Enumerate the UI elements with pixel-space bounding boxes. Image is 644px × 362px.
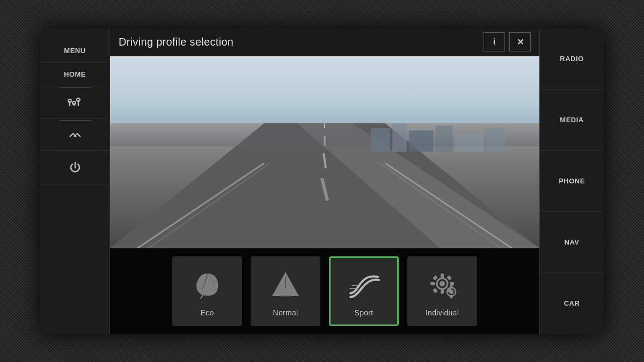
- sidebar-item-phone[interactable]: PHONE: [540, 151, 604, 212]
- infotainment-unit: MENU HOME: [40, 28, 604, 334]
- left-sidebar: MENU HOME: [40, 28, 110, 334]
- radio-label: RADIO: [560, 55, 583, 63]
- svg-rect-36: [433, 288, 438, 293]
- equalizer-icon: [68, 97, 83, 111]
- svg-rect-16: [371, 128, 390, 152]
- svg-point-29: [440, 281, 445, 286]
- sidebar-item-radio[interactable]: RADIO: [540, 28, 604, 90]
- svg-rect-20: [455, 133, 484, 152]
- info-icon: i: [493, 37, 495, 47]
- sidebar-item-nav[interactable]: NAV: [540, 212, 604, 273]
- svg-rect-31: [441, 290, 444, 294]
- profile-card-eco[interactable]: Eco: [172, 256, 242, 326]
- header-bar: Driving profile selection i ✕: [110, 28, 539, 56]
- eco-label: Eco: [200, 308, 214, 317]
- normal-label: Normal: [273, 308, 298, 317]
- sidebar-item-car[interactable]: CAR: [540, 273, 604, 334]
- sidebar-item-nav-arrows[interactable]: [40, 122, 109, 151]
- svg-rect-21: [486, 128, 506, 152]
- svg-rect-30: [441, 274, 444, 278]
- right-sidebar: RADIO MEDIA PHONE NAV CAR: [539, 28, 604, 334]
- separator: [59, 120, 91, 121]
- profile-selection-row: Eco Normal: [110, 248, 539, 334]
- svg-rect-19: [436, 125, 452, 152]
- media-label: MEDIA: [560, 116, 583, 124]
- sidebar-item-home[interactable]: HOME: [40, 63, 109, 86]
- svg-rect-32: [430, 282, 435, 285]
- profile-card-individual[interactable]: Individual: [407, 256, 477, 326]
- profile-card-sport[interactable]: Sport: [329, 256, 399, 326]
- sidebar-item-equalizer[interactable]: [40, 89, 109, 119]
- svg-rect-37: [447, 275, 452, 280]
- power-icon: [68, 161, 82, 176]
- svg-rect-33: [450, 282, 454, 285]
- svg-rect-41: [450, 295, 453, 298]
- header-actions: i ✕: [484, 32, 531, 51]
- profile-card-normal[interactable]: Normal: [251, 256, 320, 326]
- phone-label: PHONE: [559, 177, 585, 185]
- sidebar-item-menu[interactable]: MENU: [40, 39, 109, 63]
- svg-rect-17: [392, 123, 407, 152]
- menu-label: MENU: [64, 47, 85, 55]
- eco-icon-area: [188, 265, 226, 303]
- svg-line-22: [201, 295, 203, 298]
- sport-label: Sport: [355, 308, 374, 317]
- individual-label: Individual: [426, 308, 459, 317]
- car-label: CAR: [564, 299, 580, 307]
- individual-icon-area: [423, 265, 461, 303]
- close-icon: ✕: [517, 37, 524, 47]
- close-button[interactable]: ✕: [509, 32, 531, 51]
- svg-point-39: [449, 290, 453, 294]
- nav-label: NAV: [565, 238, 580, 246]
- sidebar-item-power[interactable]: [40, 153, 109, 184]
- svg-rect-34: [433, 275, 438, 280]
- sidebar-item-media[interactable]: MEDIA: [540, 90, 604, 151]
- page-title: Driving profile selection: [119, 36, 484, 48]
- separator: [59, 152, 91, 152]
- center-content: Driving profile selection i ✕: [110, 28, 539, 334]
- carbon-background: MENU HOME: [0, 0, 644, 362]
- separator: [59, 87, 91, 88]
- normal-icon-area: [267, 265, 304, 303]
- home-label: HOME: [64, 70, 86, 78]
- svg-rect-40: [450, 285, 453, 289]
- sport-icon-area: [345, 265, 383, 303]
- svg-rect-18: [409, 130, 433, 152]
- nav-arrows-icon: [68, 129, 83, 143]
- info-button[interactable]: i: [484, 32, 505, 51]
- road-scene: [110, 56, 539, 248]
